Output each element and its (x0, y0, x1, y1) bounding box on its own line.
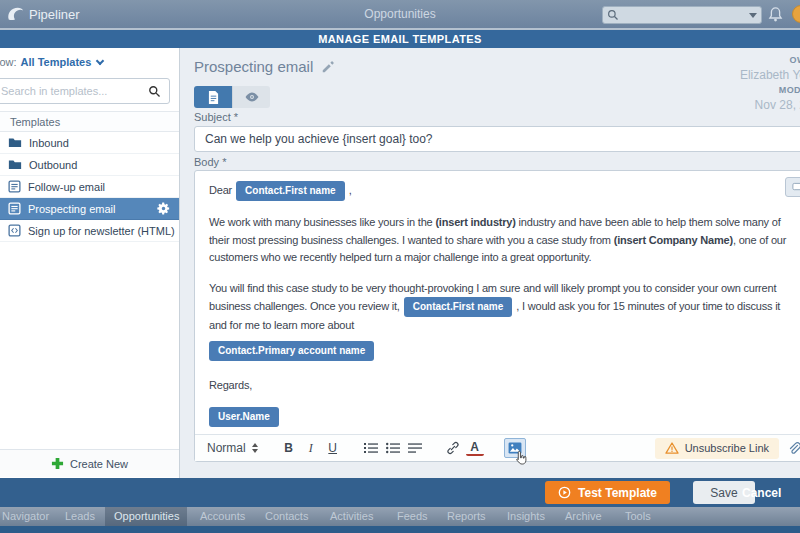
bold-button[interactable]: B (280, 438, 298, 458)
module-nav-bar: Navigator Leads Opportunities Accounts C… (0, 507, 800, 526)
user-avatar[interactable] (792, 5, 800, 23)
insert-merge-field-button[interactable] (785, 177, 800, 197)
template-icon (8, 180, 21, 193)
action-bar: Test Template Save Cancel (0, 478, 800, 507)
body-content[interactable]: DearContact.First name, We work with man… (195, 171, 800, 434)
subject-label: Subject * (194, 111, 238, 123)
edit-pencil-icon[interactable] (321, 60, 335, 74)
merge-field-chip-first-name[interactable]: Contact.First name (236, 181, 345, 201)
link-button[interactable] (444, 438, 462, 458)
sidebar-item-label: Follow-up email (28, 181, 105, 193)
modified-value: Nov 28, 2017 (676, 97, 800, 114)
templates-sidebar: Show: All Templates Templates Inbound Ou… (0, 48, 180, 478)
attachment-paperclip-icon[interactable] (787, 441, 800, 456)
text-color-button[interactable]: A (466, 441, 484, 456)
nav-item-navigator[interactable]: Navigator (2, 507, 49, 526)
view-toggle (194, 86, 270, 108)
folder-icon (8, 159, 22, 170)
ordered-list-icon (364, 442, 378, 454)
show-filter-label: Show: (0, 56, 17, 68)
top-bar: Pipeliner Opportunities (0, 0, 800, 30)
preview-view-button[interactable] (232, 86, 270, 108)
body-label: Body * (194, 156, 226, 168)
modified-label: MODIFIED (676, 84, 800, 97)
nav-item-archive[interactable]: Archive (565, 507, 602, 526)
unsubscribe-label: Unsubscribe Link (685, 442, 769, 454)
template-search[interactable] (0, 78, 170, 104)
template-icon (8, 202, 21, 215)
subject-input[interactable] (194, 126, 800, 152)
align-button[interactable] (406, 438, 424, 458)
body-editor[interactable]: DearContact.First name, We work with man… (194, 170, 800, 462)
updown-arrows-icon (252, 443, 258, 453)
nav-item-contacts[interactable]: Contacts (265, 507, 308, 526)
search-scope-caret-icon[interactable] (749, 13, 757, 18)
warning-icon (665, 442, 679, 454)
sidebar-item-label: Sign up for newsletter (HTML) (28, 225, 175, 237)
owner-value: Elizabeth Young (676, 67, 800, 84)
unsubscribe-link-button[interactable]: Unsubscribe Link (655, 438, 779, 459)
test-template-label: Test Template (578, 486, 657, 500)
italic-button[interactable]: I (302, 438, 320, 458)
nav-item-tools[interactable]: Tools (625, 507, 651, 526)
sidebar-item-follow-up-email[interactable]: Follow-up email (0, 176, 179, 198)
sidebar-item-inbound[interactable]: Inbound (0, 132, 179, 154)
brand-name: Pipeliner (29, 7, 80, 22)
sidebar-item-label: Inbound (29, 137, 69, 149)
nav-item-accounts[interactable]: Accounts (200, 507, 245, 526)
nav-item-insights[interactable]: Insights (507, 507, 545, 526)
underline-button[interactable]: U (324, 438, 342, 458)
merge-field-chip-first-name[interactable]: Contact.First name (404, 297, 513, 317)
notifications-bell-icon[interactable] (768, 6, 783, 23)
app-window: Pipeliner Opportunities MANAGE EMAIL TEM… (0, 0, 800, 533)
align-left-icon (408, 442, 422, 454)
create-new-button[interactable]: Create New (0, 449, 179, 477)
template-search-input[interactable] (1, 85, 148, 97)
sidebar-item-newsletter-signup[interactable]: Sign up for newsletter (HTML) (0, 220, 179, 242)
global-search-input[interactable] (619, 9, 749, 21)
signature-line: User.Name (209, 407, 795, 427)
nav-item-activities[interactable]: Activities (330, 507, 373, 526)
show-filter[interactable]: Show: All Templates (0, 56, 176, 68)
search-icon (607, 9, 619, 21)
body-paragraph-2: You will find this case study to be very… (209, 280, 795, 335)
cursor-pointer (515, 450, 528, 465)
sidebar-item-outbound[interactable]: Outbound (0, 154, 179, 176)
gear-icon[interactable] (156, 201, 171, 216)
sidebar-item-prospecting-email[interactable]: Prospecting email (0, 198, 179, 220)
nav-item-leads[interactable]: Leads (65, 507, 95, 526)
search-icon (148, 85, 161, 98)
merge-field-chip-primary-account[interactable]: Contact.Primary account name (209, 341, 374, 361)
template-title: Prospecting email (194, 58, 313, 75)
cancel-button[interactable]: Cancel (742, 481, 800, 504)
templates-section-title: Templates (0, 111, 179, 132)
template-editor-panel: Prospecting email OWNER Elizabeth Young … (180, 48, 800, 478)
bullet-list-button[interactable] (384, 438, 402, 458)
nav-item-opportunities[interactable]: Opportunities (114, 507, 179, 526)
plus-icon (51, 457, 64, 470)
nav-item-reports[interactable]: Reports (447, 507, 486, 526)
html-template-icon (8, 224, 21, 237)
para1-text: We work with many businesses like yours … (209, 216, 435, 228)
pipeliner-logo[interactable]: Pipeliner (6, 5, 80, 23)
edit-view-button[interactable] (194, 86, 232, 108)
insert-field-icon (792, 181, 800, 193)
show-filter-value[interactable]: All Templates (21, 56, 92, 68)
greeting-line: DearContact.First name, (209, 181, 795, 201)
test-template-button[interactable]: Test Template (545, 481, 670, 504)
insert-image-button[interactable] (504, 438, 526, 458)
nav-item-feeds[interactable]: Feeds (397, 507, 428, 526)
owner-label: OWNER (676, 54, 800, 67)
paragraph-style-value: Normal (207, 441, 246, 455)
template-meta: OWNER Elizabeth Young MODIFIED Nov 28, 2… (676, 54, 800, 115)
paragraph-style-select[interactable]: Normal (207, 441, 258, 455)
ordered-list-button[interactable] (362, 438, 380, 458)
eye-icon (244, 92, 260, 102)
sidebar-item-label: Outbound (29, 159, 77, 171)
play-icon (558, 486, 571, 499)
folder-icon (8, 137, 22, 148)
global-search[interactable] (602, 6, 762, 24)
link-icon (446, 441, 460, 455)
merge-field-chip-user-name[interactable]: User.Name (209, 407, 279, 427)
para1-bold-industry: (insert industry) (435, 216, 515, 228)
